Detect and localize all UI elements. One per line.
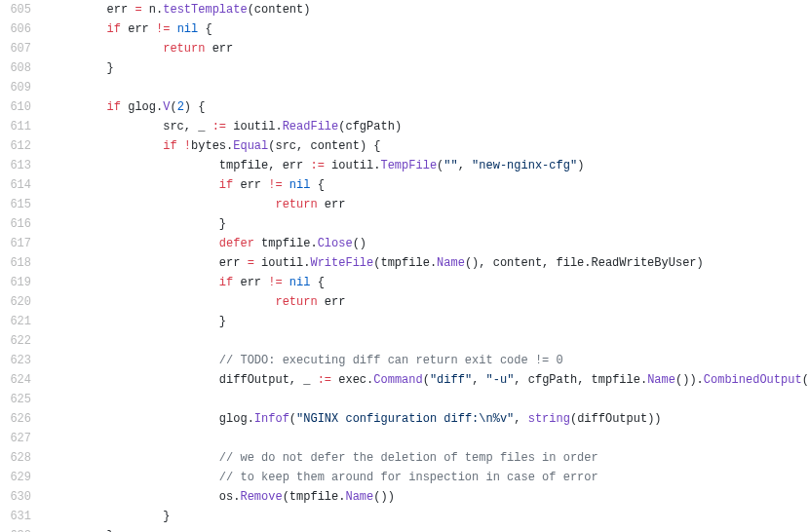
token-plain: , xyxy=(472,373,485,387)
line-number: 616 xyxy=(8,214,31,234)
code-line: // TODO: executing diff can return exit … xyxy=(51,351,809,370)
code-line: } xyxy=(51,526,809,532)
token-plain: err xyxy=(318,295,346,309)
token-plain xyxy=(283,178,289,192)
token-fn: Name xyxy=(647,373,675,387)
token-plain: diffOutput, xyxy=(219,373,303,387)
token-plain xyxy=(170,22,176,36)
token-fn: Name xyxy=(345,490,373,504)
token-fn: ReadFile xyxy=(283,120,339,133)
line-number: 630 xyxy=(8,487,31,507)
token-kw: != xyxy=(268,178,282,192)
line-number: 607 xyxy=(8,39,31,58)
code-line: return err xyxy=(51,195,809,214)
token-plain: ioutil. xyxy=(226,120,283,133)
token-plain: ( xyxy=(289,412,296,426)
token-plain: ()). xyxy=(675,373,704,387)
token-plain: } xyxy=(107,61,114,75)
token-plain: () xyxy=(353,237,366,250)
token-cmt: // we do not defer the deletion of temp … xyxy=(219,451,598,465)
line-number: 622 xyxy=(8,331,31,351)
token-plain: bytes. xyxy=(191,139,233,153)
token-plain: ) xyxy=(577,159,584,172)
token-plain: (src, content) { xyxy=(268,139,380,153)
token-plain: } xyxy=(219,217,226,231)
code-line: if !bytes.Equal(src, content) { xyxy=(51,136,809,156)
line-number: 620 xyxy=(8,292,31,312)
line-number: 612 xyxy=(8,136,31,156)
token-plain: ()) xyxy=(373,490,395,504)
token-fn: TempFile xyxy=(380,159,437,172)
line-number: 608 xyxy=(8,58,31,78)
token-plain: ( xyxy=(423,373,430,387)
code-line: if glog.V(2) { xyxy=(51,97,809,117)
token-fn: Remove xyxy=(240,490,282,504)
token-str: "new-nginx-cfg" xyxy=(472,159,577,172)
token-const: nil xyxy=(289,178,311,192)
line-number: 610 xyxy=(8,97,31,117)
token-kw: := xyxy=(310,159,324,172)
line-number: 625 xyxy=(8,390,31,409)
token-fn: string xyxy=(528,412,570,426)
token-kw: return xyxy=(275,198,317,211)
line-number: 614 xyxy=(8,175,31,195)
code-line: if err != nil { xyxy=(51,273,809,292)
token-plain: glog. xyxy=(219,412,254,426)
code-line: return err xyxy=(51,39,809,58)
code-line: } xyxy=(51,507,809,526)
token-plain: , cfgPath, tmpfile. xyxy=(514,373,647,387)
token-plain: ioutil. xyxy=(254,256,311,270)
code-line: } xyxy=(51,214,809,234)
code-line: err = ioutil.WriteFile(tmpfile.Name(), c… xyxy=(51,253,809,273)
line-number-gutter: 6056066076086096106116126136146156166176… xyxy=(0,0,41,532)
token-fn: Close xyxy=(318,237,353,250)
token-plain: , xyxy=(458,159,472,172)
code-line: if err != nil { xyxy=(51,175,809,195)
token-num: 2 xyxy=(177,100,184,114)
code-line: os.Remove(tmpfile.Name()) xyxy=(51,487,809,507)
token-str: "diff" xyxy=(430,373,472,387)
token-plain: err xyxy=(121,22,156,36)
token-plain: err xyxy=(233,276,268,289)
token-plain: (content) xyxy=(248,3,311,17)
token-fn: Infof xyxy=(254,412,289,426)
token-plain: (cfgPath) xyxy=(338,120,402,133)
code-line xyxy=(51,390,809,409)
line-number: 613 xyxy=(8,156,31,175)
token-plain: tmpfile. xyxy=(254,237,318,250)
code-line: if err != nil { xyxy=(51,19,809,39)
token-kw: := xyxy=(318,373,331,387)
code-line: err = n.testTemplate(content) xyxy=(51,0,809,19)
code-line: } xyxy=(51,312,809,331)
token-kw: if xyxy=(219,178,233,192)
code-content: err = n.testTemplate(content) if err != … xyxy=(41,0,809,532)
token-kw: = xyxy=(248,256,254,270)
token-plain: { xyxy=(310,178,324,192)
code-line: defer tmpfile.Close() xyxy=(51,234,809,253)
token-plain: err xyxy=(205,42,233,56)
token-plain: err xyxy=(318,198,346,211)
code-line xyxy=(51,78,809,97)
token-kw: := xyxy=(212,120,226,133)
code-line: glog.Infof("NGINX configuration diff:\n%… xyxy=(51,409,809,429)
code-line: src, _ := ioutil.ReadFile(cfgPath) xyxy=(51,117,809,136)
code-line xyxy=(51,331,809,351)
line-number: 626 xyxy=(8,409,31,429)
line-number: 632 xyxy=(8,526,31,532)
token-fn: WriteFile xyxy=(310,256,373,270)
token-plain: , xyxy=(514,412,527,426)
line-number: 615 xyxy=(8,195,31,214)
line-number: 624 xyxy=(8,370,31,390)
token-const: nil xyxy=(289,276,311,289)
token-plain: n. xyxy=(142,3,164,17)
line-number: 611 xyxy=(8,117,31,136)
token-fn: testTemplate xyxy=(163,3,247,17)
token-plain: () xyxy=(802,373,809,387)
code-line: } xyxy=(51,58,809,78)
token-kw: if xyxy=(107,100,121,114)
code-line: // we do not defer the deletion of temp … xyxy=(51,448,809,468)
line-number: 619 xyxy=(8,273,31,292)
token-plain: ioutil. xyxy=(325,159,381,172)
line-number: 621 xyxy=(8,312,31,331)
token-plain: glog. xyxy=(121,100,163,114)
